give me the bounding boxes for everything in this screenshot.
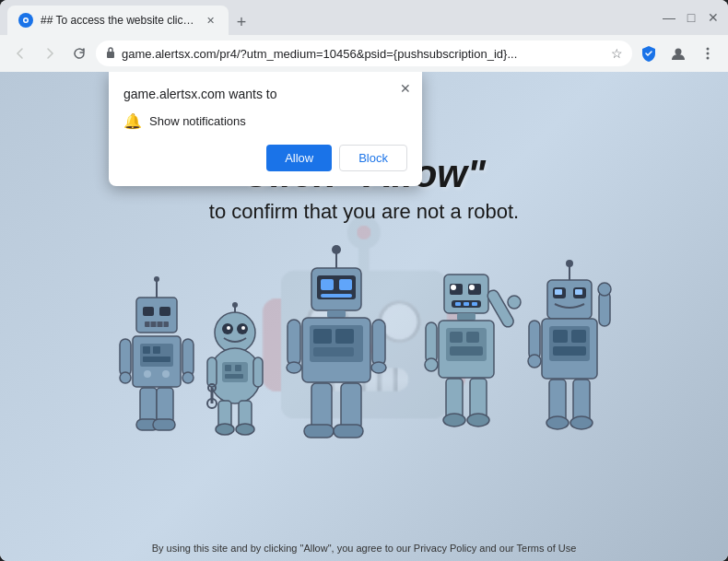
svg-rect-71 [341,383,361,429]
refresh-button[interactable] [66,41,92,66]
svg-rect-20 [153,346,160,354]
shield-icon [636,41,662,66]
svg-point-69 [371,362,386,373]
svg-rect-113 [549,380,566,422]
svg-rect-19 [143,346,150,354]
svg-point-4 [675,49,682,55]
svg-rect-80 [455,302,461,306]
svg-rect-11 [143,307,154,316]
svg-rect-65 [313,347,354,356]
dialog-close-button[interactable]: ✕ [396,79,415,98]
svg-point-6 [707,53,710,55]
sub-heading: to confirm that you are not a robot. [209,200,519,224]
bell-icon: 🔔 [123,112,142,130]
minimize-button[interactable]: — [662,10,676,25]
svg-rect-114 [573,380,590,422]
svg-rect-29 [157,388,173,423]
permission-label: Show notifications [149,114,246,128]
svg-rect-24 [120,339,131,376]
address-text: game.alertsx.com/pr4/?utm_medium=10456&p… [122,47,605,61]
svg-rect-108 [553,346,586,356]
svg-point-9 [154,276,159,282]
svg-point-5 [707,48,710,51]
lock-icon [105,46,116,62]
svg-rect-89 [426,322,437,363]
svg-rect-64 [335,329,354,344]
svg-rect-57 [321,279,334,290]
block-button[interactable]: Block [339,145,407,171]
page-content: 🤖 Click "Allow" to confirm that you are … [0,72,728,561]
tab-bar: ## To access the website click th ✕ + [7,0,658,35]
back-button[interactable] [7,41,33,66]
svg-point-52 [236,424,254,435]
footer-text: By using this site and by clicking "Allo… [0,543,728,554]
svg-point-26 [120,372,131,383]
svg-point-110 [528,355,541,368]
svg-rect-107 [571,330,586,343]
tab-favicon [18,13,33,28]
svg-rect-99 [547,280,592,319]
footer-label: By using this site and by clicking "Allo… [152,543,577,554]
svg-rect-86 [450,332,463,343]
svg-rect-58 [339,279,352,290]
svg-rect-44 [207,357,217,387]
address-bar[interactable]: game.alertsx.com/pr4/?utm_medium=10456&p… [96,41,632,66]
svg-rect-45 [253,357,263,387]
svg-point-27 [182,372,194,383]
svg-point-92 [508,296,521,309]
svg-point-116 [570,416,593,429]
svg-point-68 [287,362,301,373]
svg-point-7 [707,57,710,60]
svg-point-98 [566,260,573,267]
svg-point-23 [162,370,170,378]
svg-rect-82 [472,302,477,306]
svg-rect-83 [457,313,476,321]
svg-rect-103 [575,289,582,295]
title-bar: ## To access the website click th ✕ + — … [0,0,728,35]
tab-close-button[interactable]: ✕ [204,13,218,28]
permission-dialog: ✕ game.alertsx.com wants to 🔔 Show notif… [109,72,422,186]
svg-rect-66 [288,320,300,366]
svg-rect-41 [225,365,231,371]
menu-icon[interactable] [695,41,721,66]
bookmark-star-icon[interactable]: ☆ [611,46,623,61]
svg-point-78 [469,285,475,290]
permission-row: 🔔 Show notifications [123,112,407,130]
svg-point-96 [467,414,489,427]
svg-point-33 [232,302,238,308]
svg-point-38 [241,326,245,330]
svg-rect-106 [553,330,568,343]
svg-rect-102 [555,289,562,295]
svg-point-34 [215,312,255,353]
robots-svg [92,242,636,445]
svg-rect-60 [327,310,346,318]
robots-illustration [92,242,636,445]
svg-rect-43 [225,374,243,379]
dialog-title: game.alertsx.com wants to [123,87,407,101]
svg-rect-88 [450,346,483,356]
active-tab[interactable]: ## To access the website click th ✕ [7,6,229,35]
svg-rect-31 [153,419,175,430]
svg-point-54 [332,245,341,254]
tab-title: ## To access the website click th [41,14,196,27]
svg-point-77 [451,285,456,290]
svg-rect-42 [235,365,241,371]
close-button[interactable]: ✕ [706,10,721,25]
svg-rect-12 [159,307,170,316]
svg-point-37 [227,326,230,330]
svg-rect-25 [182,339,194,376]
profile-icon[interactable] [665,41,691,66]
svg-rect-67 [372,320,385,366]
svg-point-2 [25,19,28,22]
svg-point-95 [443,414,465,427]
forward-button[interactable] [37,41,63,66]
svg-rect-63 [313,329,332,344]
new-tab-button[interactable]: + [229,9,254,35]
dialog-buttons: Allow Block [123,145,407,171]
allow-button[interactable]: Allow [266,145,332,171]
maximize-button[interactable]: □ [684,10,699,25]
svg-point-112 [598,283,611,296]
svg-rect-10 [136,298,177,333]
svg-rect-28 [140,388,157,423]
svg-rect-59 [321,294,352,298]
